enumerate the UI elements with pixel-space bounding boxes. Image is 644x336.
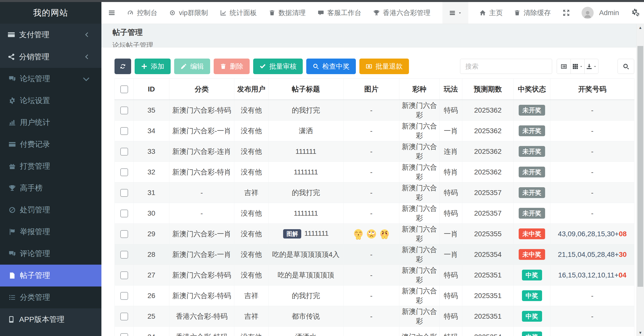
row-checkbox[interactable]: [120, 251, 128, 259]
cell-id: 28: [134, 244, 169, 265]
batch-refund-button[interactable]: 批量退款: [359, 59, 409, 74]
cell-title: 的我打完: [269, 100, 344, 121]
nav-item-数据清理[interactable]: 数据清理: [269, 8, 306, 17]
main-area: 控制台vip群限制统计面板数据清理客服工作台香港六合彩管理主页清除缓存Admin…: [101, 2, 644, 336]
nav-menu-button[interactable]: [442, 2, 468, 24]
edit-button[interactable]: 编辑: [174, 59, 210, 74]
sidebar-item-论坛设置[interactable]: 论坛设置: [0, 90, 101, 112]
cell-period: 2025362: [462, 100, 514, 121]
cell-period: 2025351: [462, 265, 514, 285]
sidebar-item-APP版本管理[interactable]: APP版本管理: [0, 308, 101, 330]
sidebar-toggle-icon[interactable]: [108, 9, 116, 17]
table-row-34[interactable]: 34新澳门六合彩-一肖没有他潇洒-新澳门六合彩一肖2025362未开奖-: [115, 121, 634, 141]
sidebar-item-评论管理[interactable]: 评论管理: [0, 243, 101, 265]
cell-category: 新澳门六合彩-连肖: [169, 141, 234, 162]
row-checkbox[interactable]: [120, 230, 128, 238]
sidebar-item-label: 帖子管理: [20, 270, 94, 281]
header-select-all-cell: [115, 79, 134, 100]
table-row-29[interactable]: 29新澳门六合彩-一肖没有他图解1111111新澳门六合彩一肖2025355未中…: [115, 224, 634, 244]
nav-item-主页[interactable]: 主页: [479, 8, 503, 17]
avatar[interactable]: [582, 7, 594, 19]
table-row-31[interactable]: 31-吉祥的我打完-新澳门六合彩特码2025357未开奖-: [115, 182, 634, 203]
sidebar-item-付费记录[interactable]: 付费记录: [0, 133, 101, 155]
check-win-button[interactable]: 检查中奖: [306, 59, 356, 74]
table-row-24[interactable]: 24香港六合彩-特码没有他洒洒水-澳门六合彩特码2025354中奖-: [115, 327, 634, 336]
draw-numbers: 21,15,04,05,28,48+: [558, 251, 619, 258]
vertical-scrollbar[interactable]: ▲ ▼: [636, 24, 644, 336]
nav-item-控制台[interactable]: 控制台: [127, 8, 157, 17]
refresh-button[interactable]: [115, 59, 131, 74]
cell-user: 没有他: [234, 327, 269, 336]
row-checkbox[interactable]: [120, 168, 128, 176]
sidebar-item-支付管理[interactable]: 支付管理: [0, 24, 101, 46]
user-name[interactable]: Admin: [599, 9, 619, 17]
search-button[interactable]: [618, 59, 634, 74]
cell-images: -: [344, 100, 399, 121]
nav-item-统计面板[interactable]: 统计面板: [220, 8, 257, 17]
sidebar-item-分类管理[interactable]: 分类管理: [0, 286, 101, 308]
scrollbar-up-arrow[interactable]: ▲: [637, 24, 644, 31]
sidebar-item-论坛管理[interactable]: 论坛管理: [0, 68, 101, 90]
sidebar-item-帖子管理[interactable]: 帖子管理: [0, 265, 101, 286]
button-label: 批量审核: [269, 62, 296, 71]
cell-images: -: [344, 244, 399, 265]
table-header-row: ID分类发布用户帖子标题图片彩种玩法预测期数中奖状态开奖号码: [115, 79, 634, 100]
row-checkbox[interactable]: [120, 333, 128, 336]
status-badge: 未开奖: [519, 208, 545, 219]
table-row-30[interactable]: 30-没有他1111111-新澳门六合彩特码2025357未开奖-: [115, 203, 634, 224]
nav-item-客服工作台[interactable]: 客服工作台: [318, 8, 361, 17]
sidebar-item-处罚管理[interactable]: 处罚管理: [0, 199, 101, 221]
sidebar-item-label: 评论管理: [20, 249, 94, 259]
row-checkbox[interactable]: [120, 127, 128, 135]
cell-id: 25: [134, 306, 169, 327]
select-all-checkbox[interactable]: [120, 85, 128, 93]
scrollbar-thumb[interactable]: [637, 46, 643, 287]
sidebar-item-高手榜[interactable]: 高手榜: [0, 177, 101, 199]
search-input[interactable]: [460, 59, 552, 74]
view-detail-button[interactable]: [557, 59, 571, 74]
sidebar-item-打赏管理[interactable]: 打赏管理: [0, 155, 101, 177]
table-row-32[interactable]: 32新澳门六合彩-特肖没有他1111111-新澳门六合彩特肖2025362未开奖…: [115, 162, 634, 182]
scrollbar-down-arrow[interactable]: ▼: [637, 329, 644, 336]
delete-button[interactable]: 删除: [214, 59, 250, 74]
fullscreen-icon[interactable]: [562, 9, 570, 17]
table-row-25[interactable]: 25香港六合彩-特码吉祥都市传说-新澳门六合彩特码2025351中奖-: [115, 306, 634, 327]
settings-gears-icon[interactable]: [632, 9, 640, 17]
export-button[interactable]: [584, 59, 598, 74]
row-checkbox[interactable]: [120, 271, 128, 279]
cell-select: [115, 265, 134, 285]
nav-item-清除缓存[interactable]: 清除缓存: [514, 8, 551, 17]
cell-title: 111111: [269, 141, 344, 162]
cell-id: 31: [134, 182, 169, 203]
sidebar-item-label: 高手榜: [20, 183, 94, 193]
sidebar-item-举报管理[interactable]: 举报管理: [0, 221, 101, 243]
cell-play: 连肖: [440, 141, 462, 162]
row-checkbox[interactable]: [120, 107, 128, 114]
nav-item-香港六合彩管理[interactable]: 香港六合彩管理: [373, 8, 431, 17]
nav-item-label: 客服工作台: [327, 8, 361, 17]
table-row-35[interactable]: 35新澳门六合彩-特码没有他的我打完-新澳门六合彩特码2025362未开奖-: [115, 100, 634, 121]
column-header-开奖号码: 开奖号码: [550, 79, 634, 100]
add-button[interactable]: 添加: [135, 59, 171, 74]
content-area: 帖子管理 论坛帖子管理 添加编辑删除批量审核检查中奖批量退款 ID分类发布用户帖…: [101, 24, 644, 336]
cell-numbers: -: [550, 285, 634, 306]
table-row-28[interactable]: 28新澳门六合彩-一肖没有他吃的是草顶顶顶顶4入-新澳门六合彩一肖2025354…: [115, 244, 634, 265]
column-header-帖子标题: 帖子标题: [269, 79, 344, 100]
sidebar-item-用户统计[interactable]: 用户统计: [0, 112, 101, 133]
row-checkbox[interactable]: [120, 210, 128, 217]
table-row-26[interactable]: 26新澳门六合彩-特码吉祥的我打完-新澳门六合彩特码2025351中奖-: [115, 285, 634, 306]
sidebar-item-分销管理[interactable]: 分销管理: [0, 46, 101, 68]
row-checkbox[interactable]: [120, 292, 128, 300]
cell-status: 中奖: [514, 306, 550, 327]
table-row-33[interactable]: 33新澳门六合彩-连肖没有他111111-新澳门六合彩连肖2025362未开奖-: [115, 141, 634, 162]
sidebar-item-label: 分类管理: [20, 292, 94, 303]
row-checkbox[interactable]: [120, 189, 128, 197]
columns-button[interactable]: [571, 59, 585, 74]
row-checkbox[interactable]: [120, 313, 128, 320]
nav-item-vip群限制[interactable]: vip群限制: [169, 8, 208, 17]
batch-audit-button[interactable]: 批量审核: [253, 59, 303, 74]
row-checkbox[interactable]: [120, 148, 128, 156]
cell-period: 2025355: [462, 224, 514, 244]
sidebar-menu: 支付管理分销管理论坛管理论坛设置用户统计付费记录打赏管理高手榜处罚管理举报管理评…: [0, 24, 101, 336]
table-row-27[interactable]: 27新澳门六合彩-特码没有他吃的是草顶顶顶顶-新澳门六合彩特码2025351中奖…: [115, 265, 634, 285]
